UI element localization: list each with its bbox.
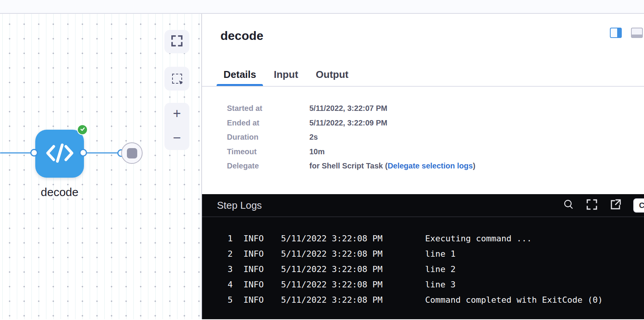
log-line-number: 5 bbox=[202, 295, 233, 305]
step-details-panel: decode Details Input Output Started at 5… bbox=[202, 14, 644, 319]
dock-panel-bottom-icon[interactable] bbox=[631, 28, 643, 38]
canvas-fullscreen-button[interactable] bbox=[164, 30, 189, 53]
detail-row-timeout: Timeout 10m bbox=[202, 145, 644, 159]
detail-tabs: Details Input Output bbox=[202, 63, 644, 87]
canvas-zoom-controls: + − bbox=[164, 103, 189, 150]
detail-label: Started at bbox=[227, 104, 309, 113]
node-label: decode bbox=[28, 186, 92, 199]
log-message: Executing command ... bbox=[425, 234, 532, 243]
log-line: 3 INFO 5/11/2022 3:22:08 PM line 2 bbox=[202, 261, 644, 277]
step-title: decode bbox=[220, 28, 263, 43]
detail-value: 5/11/2022, 3:22:07 PM bbox=[309, 104, 387, 113]
zoom-in-button[interactable]: + bbox=[173, 107, 181, 120]
edge-outgoing bbox=[84, 152, 122, 153]
marquee-select-icon bbox=[172, 74, 182, 84]
log-level: INFO bbox=[243, 264, 266, 274]
zoom-out-button[interactable]: − bbox=[173, 131, 181, 145]
log-message: line 2 bbox=[425, 264, 455, 274]
detail-label: Duration bbox=[227, 133, 309, 142]
log-line-number: 4 bbox=[202, 280, 233, 289]
step-logs-header: Step Logs bbox=[202, 194, 644, 217]
log-timestamp: 5/11/2022 3:22:08 PM bbox=[281, 234, 384, 243]
search-icon[interactable] bbox=[563, 199, 574, 212]
detail-value: 5/11/2022, 3:22:09 PM bbox=[309, 119, 387, 127]
pipeline-canvas[interactable]: decode + − bbox=[0, 14, 202, 319]
check-icon bbox=[79, 126, 86, 134]
detail-value: 10m bbox=[309, 147, 325, 156]
log-timestamp: 5/11/2022 3:22:08 PM bbox=[281, 249, 384, 259]
log-timestamp: 5/11/2022 3:22:08 PM bbox=[281, 295, 384, 305]
log-line-number: 3 bbox=[202, 264, 233, 274]
log-line-number: 2 bbox=[202, 249, 233, 259]
log-level: INFO bbox=[243, 249, 266, 259]
log-line: 4 INFO 5/11/2022 3:22:08 PM line 3 bbox=[202, 277, 644, 292]
step-logs-console: Step Logs bbox=[202, 194, 644, 319]
step-logs-actions: Co bbox=[563, 198, 644, 213]
fullscreen-icon bbox=[171, 35, 183, 48]
log-line: 5 INFO 5/11/2022 3:22:08 PM Command comp… bbox=[202, 292, 644, 307]
delegate-value-prefix: for Shell Script Task ( bbox=[309, 162, 388, 170]
detail-row-ended-at: Ended at 5/11/2022, 3:22:09 PM bbox=[202, 116, 644, 130]
canvas-marquee-select-button[interactable] bbox=[164, 67, 189, 91]
step-node-decode[interactable] bbox=[35, 130, 84, 178]
log-level: INFO bbox=[243, 234, 266, 243]
detail-label: Ended at bbox=[227, 119, 309, 127]
log-level: INFO bbox=[243, 295, 266, 305]
dock-panel-right-icon[interactable] bbox=[610, 28, 622, 38]
log-timestamp: 5/11/2022 3:22:08 PM bbox=[281, 280, 384, 289]
tab-output[interactable]: Output bbox=[309, 63, 355, 86]
tab-details[interactable]: Details bbox=[217, 63, 263, 86]
node-port-left bbox=[30, 149, 38, 157]
log-level: INFO bbox=[243, 280, 266, 289]
log-timestamp: 5/11/2022 3:22:08 PM bbox=[281, 264, 384, 274]
node-port-right bbox=[79, 149, 87, 157]
detail-row-started-at: Started at 5/11/2022, 3:22:07 PM bbox=[202, 101, 644, 116]
log-lines[interactable]: 1 INFO 5/11/2022 3:22:08 PM Executing co… bbox=[202, 217, 644, 307]
external-link-icon[interactable] bbox=[610, 198, 622, 212]
main-area: decode + − decode Details Input Outp bbox=[0, 14, 644, 319]
step-logs-title: Step Logs bbox=[217, 200, 262, 211]
detail-value: 2s bbox=[309, 133, 318, 142]
details-list: Started at 5/11/2022, 3:22:07 PM Ended a… bbox=[202, 101, 644, 173]
stop-icon bbox=[127, 148, 137, 158]
expand-icon[interactable] bbox=[586, 198, 598, 212]
log-message: line 3 bbox=[425, 280, 455, 289]
code-icon bbox=[45, 143, 74, 165]
delegate-value-suffix: ) bbox=[473, 162, 475, 170]
top-bar bbox=[0, 0, 644, 14]
log-line: 2 INFO 5/11/2022 3:22:08 PM line 1 bbox=[202, 246, 644, 261]
log-line: 1 INFO 5/11/2022 3:22:08 PM Executing co… bbox=[202, 231, 644, 246]
detail-row-delegate: Delegate for Shell Script Task ( Delegat… bbox=[202, 159, 644, 173]
success-status-badge bbox=[77, 124, 88, 135]
detail-row-duration: Duration 2s bbox=[202, 130, 644, 145]
delegate-selection-logs-link[interactable]: Delegate selection logs bbox=[388, 162, 473, 170]
log-message: line 1 bbox=[425, 249, 455, 259]
pipeline-end-node[interactable] bbox=[121, 142, 143, 164]
console-view-button[interactable]: Co bbox=[633, 198, 644, 213]
detail-label: Delegate bbox=[227, 162, 309, 170]
log-message: Command completed with ExitCode (0) bbox=[425, 295, 603, 305]
log-line-number: 1 bbox=[202, 234, 233, 243]
detail-label: Timeout bbox=[227, 147, 309, 156]
tab-input[interactable]: Input bbox=[267, 63, 305, 86]
